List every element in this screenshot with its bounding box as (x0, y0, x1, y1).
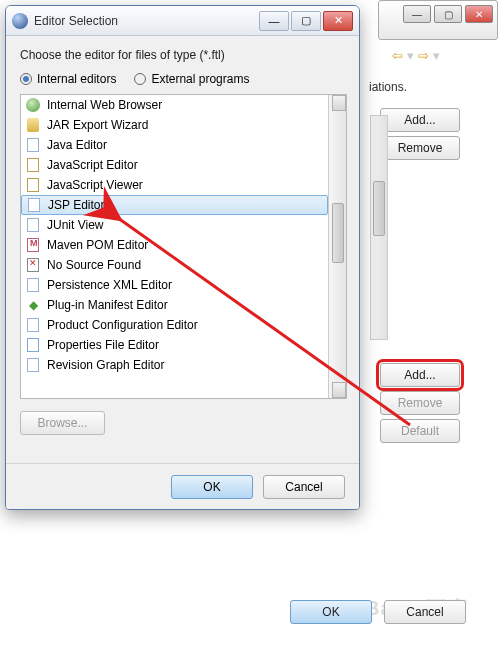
parent-scrollbar[interactable] (370, 115, 388, 340)
doc-icon (26, 197, 42, 213)
back-dropdown-icon[interactable]: ▾ (407, 48, 414, 63)
maximize-button[interactable]: ▢ (291, 11, 321, 31)
plug-icon: ◆ (25, 297, 41, 313)
forward-dropdown-icon[interactable]: ▾ (433, 48, 440, 63)
list-item[interactable]: ◆Plug-in Manifest Editor (21, 295, 328, 315)
nav-arrows: ⇦ ▾ ⇨ ▾ (392, 48, 440, 63)
minimize-button[interactable]: — (259, 11, 289, 31)
external-programs-radio[interactable]: External programs (134, 72, 249, 86)
forward-arrow-icon[interactable]: ⇨ (418, 48, 429, 63)
list-item[interactable]: JavaScript Editor (21, 155, 328, 175)
nosource-icon (25, 257, 41, 273)
list-item[interactable]: Maven POM Editor (21, 235, 328, 255)
list-item[interactable]: Revision Graph Editor (21, 355, 328, 375)
remove-button-1[interactable]: Remove (380, 136, 460, 160)
globe-icon (25, 97, 41, 113)
list-item-label: Persistence XML Editor (47, 278, 172, 292)
doc-icon (25, 357, 41, 373)
add-button-1[interactable]: Add... (380, 108, 460, 132)
parent-text-fragment: iations. (365, 80, 500, 94)
cancel-button[interactable]: Cancel (263, 475, 345, 499)
list-item-label: Product Configuration Editor (47, 318, 198, 332)
list-item-label: JavaScript Editor (47, 158, 138, 172)
list-item[interactable]: JSP Editor (21, 195, 328, 215)
add-button-2[interactable]: Add... (380, 363, 460, 387)
browse-button: Browse... (20, 411, 105, 435)
jar-icon (25, 117, 41, 133)
list-item-label: Internal Web Browser (47, 98, 162, 112)
ok-button[interactable]: OK (171, 475, 253, 499)
js-icon (25, 177, 41, 193)
list-item[interactable]: Product Configuration Editor (21, 315, 328, 335)
list-item[interactable]: JUnit View (21, 215, 328, 235)
radio-checked-icon (20, 73, 32, 85)
parent-scrollbar-thumb[interactable] (373, 181, 385, 236)
parent-cancel-button[interactable]: Cancel (384, 600, 466, 624)
list-item-label: JAR Export Wizard (47, 118, 148, 132)
maven-icon (25, 237, 41, 253)
parent-ok-button[interactable]: OK (290, 600, 372, 624)
list-item-label: JavaScript Viewer (47, 178, 143, 192)
list-item-label: JUnit View (47, 218, 103, 232)
internal-editors-radio[interactable]: Internal editors (20, 72, 116, 86)
list-item-label: No Source Found (47, 258, 141, 272)
list-item-label: Plug-in Manifest Editor (47, 298, 168, 312)
back-arrow-icon[interactable]: ⇦ (392, 48, 403, 63)
list-item[interactable]: Properties File Editor (21, 335, 328, 355)
close-button[interactable]: ✕ (323, 11, 353, 31)
list-item[interactable]: Internal Web Browser (21, 95, 328, 115)
list-scrollbar-thumb[interactable] (332, 203, 344, 263)
list-item-label: Java Editor (47, 138, 107, 152)
parent-close-button[interactable]: ✕ (465, 5, 493, 23)
remove-button-2[interactable]: Remove (380, 391, 460, 415)
list-item[interactable]: JavaScript Viewer (21, 175, 328, 195)
doc-icon (25, 137, 41, 153)
doc-icon (25, 217, 41, 233)
editor-selection-dialog: Editor Selection — ▢ ✕ Choose the editor… (5, 5, 360, 510)
parent-maximize-button[interactable]: ▢ (434, 5, 462, 23)
list-item[interactable]: Persistence XML Editor (21, 275, 328, 295)
parent-minimize-button[interactable]: — (403, 5, 431, 23)
prompt-text: Choose the editor for files of type (*.f… (20, 48, 347, 62)
list-item-label: Revision Graph Editor (47, 358, 164, 372)
dialog-title: Editor Selection (34, 14, 259, 28)
list-item-label: Maven POM Editor (47, 238, 148, 252)
doc-icon (25, 317, 41, 333)
list-scrollbar[interactable] (328, 95, 346, 398)
list-item[interactable]: Java Editor (21, 135, 328, 155)
list-item-label: JSP Editor (48, 198, 104, 212)
doc-icon (25, 277, 41, 293)
internal-editors-label: Internal editors (37, 72, 116, 86)
external-programs-label: External programs (151, 72, 249, 86)
list-item[interactable]: JAR Export Wizard (21, 115, 328, 135)
default-button[interactable]: Default (380, 419, 460, 443)
titlebar[interactable]: Editor Selection — ▢ ✕ (6, 6, 359, 36)
js-icon (25, 157, 41, 173)
list-item[interactable]: No Source Found (21, 255, 328, 275)
prop-icon (25, 337, 41, 353)
list-item-label: Properties File Editor (47, 338, 159, 352)
eclipse-icon (12, 13, 28, 29)
editor-list: Internal Web BrowserJAR Export WizardJav… (20, 94, 347, 399)
parent-window-controls: — ▢ ✕ (378, 0, 498, 40)
radio-unchecked-icon (134, 73, 146, 85)
